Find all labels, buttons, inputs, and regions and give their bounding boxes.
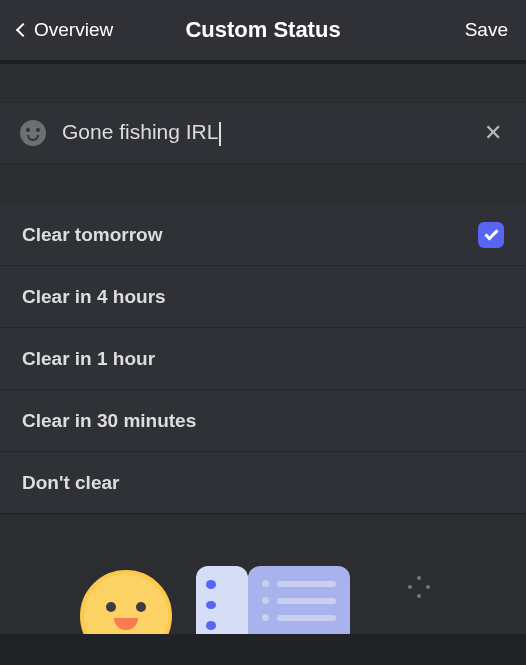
status-input-row: Gone fishing IRL ✕ [0,102,526,164]
status-input-value: Gone fishing IRL [62,120,218,143]
option-clear-30-minutes[interactable]: Clear in 30 minutes [0,390,526,452]
option-clear-1-hour[interactable]: Clear in 1 hour [0,328,526,390]
card-illustration [196,566,248,634]
status-input[interactable]: Gone fishing IRL [62,120,464,145]
back-label: Overview [34,19,113,41]
save-button[interactable]: Save [465,19,508,41]
clear-input-button[interactable]: ✕ [480,120,506,146]
footer-illustration [0,514,526,634]
sparkle-icon [408,576,430,598]
sun-emoji-illustration [80,570,172,634]
chevron-left-icon [16,23,30,37]
clear-after-options: Clear tomorrow Clear in 4 hours Clear in… [0,204,526,514]
list-illustration [248,566,350,634]
emoji-picker-icon[interactable] [20,120,46,146]
section-spacer [0,64,526,102]
header-bar: Overview Custom Status Save [0,0,526,64]
section-spacer [0,164,526,204]
option-label: Clear tomorrow [22,224,162,246]
option-label: Don't clear [22,472,119,494]
option-label: Clear in 30 minutes [22,410,196,432]
page-title: Custom Status [185,17,340,43]
option-label: Clear in 1 hour [22,348,155,370]
option-label: Clear in 4 hours [22,286,166,308]
option-dont-clear[interactable]: Don't clear [0,452,526,514]
text-cursor [219,122,221,146]
checkbox-checked-icon [478,222,504,248]
back-button[interactable]: Overview [18,19,113,41]
option-clear-tomorrow[interactable]: Clear tomorrow [0,204,526,266]
option-clear-4-hours[interactable]: Clear in 4 hours [0,266,526,328]
